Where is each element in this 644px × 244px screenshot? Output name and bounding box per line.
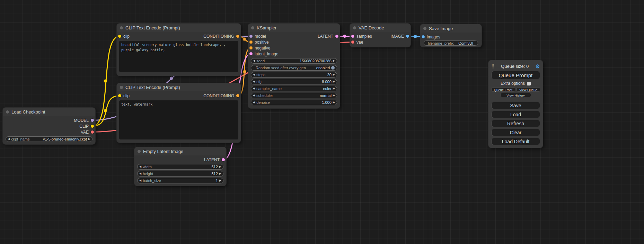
widget-value: 1.000: [322, 100, 332, 105]
increment-arrow-icon[interactable]: [333, 80, 335, 83]
extra-options-checkbox[interactable]: [527, 82, 531, 85]
widget-label: filename_prefix: [428, 41, 454, 45]
filename-prefix-field[interactable]: filename_prefix ComfyUI: [424, 40, 478, 46]
slot-row: images: [420, 34, 482, 40]
clip-output-dot[interactable]: [91, 125, 94, 128]
increment-arrow-icon[interactable]: [333, 94, 335, 97]
load-button[interactable]: Load: [491, 111, 540, 118]
model-output-dot[interactable]: [91, 119, 94, 122]
latent-output-dot[interactable]: [222, 158, 225, 161]
clear-button[interactable]: Clear: [491, 129, 540, 136]
node-header[interactable]: VAE Decode: [350, 24, 411, 32]
collapse-dot-icon[interactable]: [120, 26, 123, 29]
prompt-text-input[interactable]: beautiful scenery nature glass bottle la…: [119, 41, 238, 72]
images-input-dot[interactable]: [422, 35, 425, 38]
slot-label: MODEL: [74, 118, 89, 123]
vae-input-dot[interactable]: [351, 40, 354, 44]
decrement-arrow-icon[interactable]: [139, 172, 141, 175]
increment-arrow-icon[interactable]: [219, 172, 221, 175]
node-vae-decode[interactable]: VAE Decode samples IMAGE vae: [350, 24, 411, 47]
collapse-dot-icon[interactable]: [6, 110, 9, 114]
increment-arrow-icon[interactable]: [219, 179, 221, 182]
queue-size-label: Queue size: 0: [501, 64, 529, 69]
increment-arrow-icon[interactable]: [333, 73, 335, 76]
image-output-dot[interactable]: [406, 35, 409, 38]
view-queue-button[interactable]: View Queue: [517, 87, 540, 92]
node-header[interactable]: Load Checkpoint: [3, 108, 95, 116]
cfg-stepper[interactable]: cfg 8.000: [251, 79, 337, 84]
node-header[interactable]: KSampler: [248, 24, 340, 32]
comfy-menu-panel[interactable]: ⣿ Queue size: 0 ⚙ Queue Prompt Extra opt…: [488, 60, 543, 148]
node-title: Load Checkpoint: [11, 109, 45, 115]
queue-front-button[interactable]: Queue Front: [491, 87, 515, 92]
node-load-checkpoint[interactable]: Load Checkpoint MODEL CLIP VAE ckpt_name…: [3, 108, 95, 144]
latent-image-input-dot[interactable]: [249, 52, 253, 55]
node-ksampler[interactable]: KSampler model LATENT positive: [248, 24, 340, 108]
view-history-button[interactable]: View History: [501, 93, 531, 97]
samples-input-dot[interactable]: [351, 35, 354, 38]
width-stepper[interactable]: width 512: [137, 164, 223, 170]
drag-handle-icon[interactable]: ⣿: [491, 64, 494, 69]
steps-stepper[interactable]: steps 20: [251, 72, 337, 78]
clip-input-dot[interactable]: [118, 94, 121, 97]
increment-arrow-icon[interactable]: [219, 165, 221, 168]
decrement-arrow-icon[interactable]: [253, 94, 255, 97]
decrement-arrow-icon[interactable]: [139, 179, 141, 182]
decrement-arrow-icon[interactable]: [253, 80, 255, 83]
collapse-dot-icon[interactable]: [423, 27, 426, 30]
load-default-button[interactable]: Load Default: [491, 138, 540, 145]
vae-output-dot[interactable]: [91, 130, 94, 134]
widget-value: euler: [323, 87, 331, 91]
node-clip-text-encode-negative[interactable]: CLIP Text Encode (Prompt) clip CONDITION…: [117, 83, 241, 143]
node-save-image[interactable]: Save Image images filename_prefix ComfyU…: [420, 24, 482, 47]
collapse-dot-icon[interactable]: [120, 86, 123, 89]
decrement-arrow-icon[interactable]: [139, 165, 141, 168]
latent-output-dot[interactable]: [335, 35, 338, 38]
widget-label: cfg: [256, 80, 262, 84]
seed-stepper[interactable]: seed 156680208700286: [251, 58, 337, 64]
toggle-on-icon[interactable]: [331, 66, 335, 70]
node-header[interactable]: Save Image: [420, 24, 482, 33]
scheduler-combo[interactable]: scheduler normal: [251, 93, 337, 98]
increment-arrow-icon[interactable]: [88, 138, 90, 141]
decrement-arrow-icon[interactable]: [253, 101, 255, 104]
slot-label: CONDITIONING: [203, 34, 234, 39]
decrement-arrow-icon[interactable]: [253, 73, 255, 76]
widget-value: 156680208700286: [300, 59, 332, 63]
random-seed-toggle[interactable]: Random seed after every gen enabled: [251, 65, 337, 71]
increment-arrow-icon[interactable]: [333, 60, 335, 62]
ckpt-name-combo[interactable]: ckpt_name v1-5-pruned-emaonly.ckpt: [6, 136, 92, 142]
conditioning-output-dot[interactable]: [236, 94, 239, 97]
output-slot-latent: LATENT: [134, 157, 226, 163]
sampler-name-combo[interactable]: sampler_name euler: [251, 86, 337, 91]
conditioning-output-dot[interactable]: [236, 35, 239, 38]
settings-gear-icon[interactable]: ⚙: [536, 64, 540, 69]
negative-input-dot[interactable]: [249, 46, 253, 49]
prompt-text-input[interactable]: text, watermark: [119, 100, 238, 139]
batch-size-stepper[interactable]: batch_size 1: [137, 178, 223, 183]
node-title: CLIP Text Encode (Prompt): [125, 25, 180, 30]
clip-input-dot[interactable]: [118, 35, 121, 38]
node-header[interactable]: Empty Latent Image: [134, 147, 226, 155]
positive-input-dot[interactable]: [249, 40, 253, 44]
collapse-dot-icon[interactable]: [353, 26, 356, 29]
decrement-arrow-icon[interactable]: [8, 138, 10, 141]
node-header[interactable]: CLIP Text Encode (Prompt): [117, 83, 241, 91]
decrement-arrow-icon[interactable]: [253, 87, 255, 90]
refresh-button[interactable]: Refresh: [491, 120, 540, 127]
model-input-dot[interactable]: [249, 35, 253, 38]
denoise-stepper[interactable]: denoise 1.000: [251, 100, 337, 105]
height-stepper[interactable]: height 512: [137, 171, 223, 177]
collapse-dot-icon[interactable]: [251, 26, 254, 29]
node-graph-canvas[interactable]: Load Checkpoint MODEL CLIP VAE ckpt_name…: [0, 0, 644, 244]
node-empty-latent-image[interactable]: Empty Latent Image LATENT width 512 heig…: [134, 147, 226, 186]
increment-arrow-icon[interactable]: [333, 87, 335, 90]
save-button[interactable]: Save: [491, 102, 540, 109]
increment-arrow-icon[interactable]: [333, 101, 335, 104]
node-header[interactable]: CLIP Text Encode (Prompt): [117, 24, 241, 32]
node-clip-text-encode-positive[interactable]: CLIP Text Encode (Prompt) clip CONDITION…: [117, 24, 241, 76]
decrement-arrow-icon[interactable]: [253, 60, 255, 62]
widget-label: batch_size: [143, 179, 161, 183]
queue-prompt-button[interactable]: Queue Prompt: [491, 71, 540, 79]
collapse-dot-icon[interactable]: [138, 150, 141, 153]
